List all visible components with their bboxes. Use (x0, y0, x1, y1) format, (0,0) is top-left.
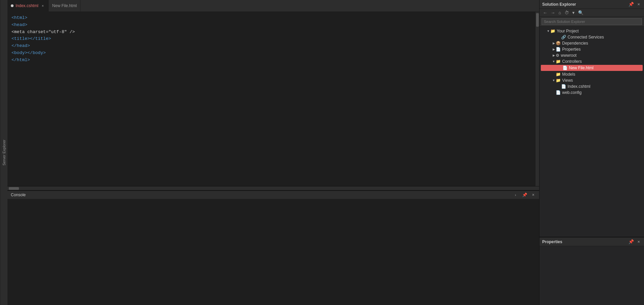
console-chevron-icon: › (515, 193, 516, 197)
tab-label-index: Index.cshtml (16, 3, 38, 8)
properties-title: Properties (542, 239, 562, 244)
tree-item-web-config[interactable]: ▶ 📄 web.config (539, 90, 644, 96)
tab-label-newfile: New File.html (52, 3, 77, 8)
tree-item-models[interactable]: ▶ 📁 Models (539, 71, 644, 77)
web-config-label: web.config (562, 90, 643, 95)
scrollbar-corner (535, 186, 539, 190)
properties-label: Properties (562, 47, 643, 52)
tree-arrow-project: ▼ (546, 29, 550, 33)
tab-index-cshtml[interactable]: Index.cshtml × (7, 0, 49, 11)
properties-header-actions: 📌 × (627, 239, 641, 245)
connected-services-label: Connected Services (568, 35, 643, 40)
tree-arrow-empty3: ▶ (557, 85, 561, 88)
tree-arrow-empty: ▶ (557, 35, 561, 39)
models-icon: 📁 (556, 72, 561, 77)
tree-item-dependencies[interactable]: ▶ 📦 Dependencies (539, 40, 644, 46)
home-button[interactable]: ⌂ (557, 10, 562, 16)
properties-panel: Properties 📌 × (539, 237, 644, 305)
console-actions: › 📌 × (515, 192, 536, 198)
properties-content[interactable] (539, 246, 644, 305)
tree-arrow-empty2: ▶ (558, 66, 562, 70)
scrollbar-thumb-v[interactable] (536, 13, 539, 27)
main-area: Index.cshtml × New File.html <html><head… (7, 0, 539, 305)
project-label: Your Project (557, 29, 643, 33)
forward-button[interactable]: → (549, 10, 556, 16)
scrollbar-thumb-h[interactable] (9, 187, 19, 190)
new-file-label: New File.html (569, 66, 641, 70)
server-explorer-tab[interactable]: Server Explorer (0, 0, 7, 305)
solution-explorer-pin-button[interactable]: 📌 (627, 1, 635, 7)
history-dropdown-button[interactable]: ▾ (571, 10, 576, 16)
wwwroot-icon: ⚙ (556, 53, 559, 58)
solution-explorer-header: Solution Explorer 📌 × (539, 0, 644, 9)
controllers-icon: 📁 (556, 59, 561, 64)
tree-item-wwwroot[interactable]: ▶ ⚙ wwwroot (539, 52, 644, 58)
tree-item-properties[interactable]: ▶ 📄 Properties (539, 46, 644, 52)
right-panel: Solution Explorer 📌 × ← → ⌂ ⏱ ▾ 🔍 ▼ � (539, 0, 644, 305)
solution-explorer-header-actions: 📌 × (627, 1, 641, 7)
editor-scrollbar-h[interactable] (7, 186, 535, 190)
tree-item-project[interactable]: ▼ 📁 Your Project (539, 28, 644, 34)
tree-arrow-wwwroot: ▶ (552, 54, 556, 57)
history-button[interactable]: ⏱ (563, 10, 570, 16)
project-icon: 📁 (550, 29, 555, 33)
controllers-label: Controllers (562, 59, 643, 64)
index-cshtml-label: Index.cshtml (568, 84, 643, 89)
editor-scrollbar-h-row (7, 186, 539, 190)
console-panel-header: Console › 📌 × (7, 191, 539, 199)
tree-arrow-properties: ▶ (552, 48, 556, 51)
tab-bar: Index.cshtml × New File.html (7, 0, 539, 12)
views-label: Views (562, 78, 643, 83)
tab-modified-indicator (11, 4, 14, 7)
tree-view[interactable]: ▼ 📁 Your Project ▶ 🔗 Connected Services … (539, 27, 644, 237)
console-close-button[interactable]: × (531, 192, 536, 198)
dependencies-icon: 📦 (556, 41, 561, 46)
dependencies-label: Dependencies (562, 41, 643, 46)
views-icon: 📁 (556, 78, 561, 83)
tree-item-controllers[interactable]: ▼ 📁 Controllers (539, 58, 644, 65)
editor-container: <html><head> <meta charset="utf-8" /> <t… (7, 12, 539, 186)
editor-scrollbar-vertical[interactable] (535, 12, 539, 186)
connected-services-icon: 🔗 (561, 35, 566, 40)
properties-icon: 📄 (556, 47, 561, 52)
console-title: Console (11, 193, 26, 197)
wwwroot-label: wwwroot (561, 53, 643, 58)
solution-explorer-title: Solution Explorer (542, 2, 576, 7)
console-pin-button[interactable]: 📌 (521, 192, 529, 198)
properties-panel-header: Properties 📌 × (539, 237, 644, 246)
properties-close-button[interactable]: × (636, 239, 641, 245)
back-button[interactable]: ← (542, 10, 549, 16)
solution-explorer-search[interactable] (542, 18, 642, 25)
properties-pin-button[interactable]: 📌 (627, 239, 635, 245)
tree-item-views[interactable]: ▼ 📁 Views (539, 77, 644, 83)
filter-button[interactable]: 🔍 (577, 10, 585, 16)
web-config-icon: 📄 (556, 90, 561, 95)
models-label: Models (562, 72, 643, 77)
new-file-icon: 📄 (562, 66, 568, 70)
tree-item-connected-services[interactable]: ▶ 🔗 Connected Services (539, 34, 644, 40)
solution-explorer-toolbar: ← → ⌂ ⏱ ▾ 🔍 (539, 9, 644, 17)
tree-arrow-models: ▶ (552, 73, 556, 76)
tree-item-new-file[interactable]: ▶ 📄 New File.html (541, 65, 643, 71)
index-cshtml-icon: 📄 (561, 84, 566, 89)
tree-item-index-cshtml[interactable]: ▶ 📄 Index.cshtml (539, 83, 644, 90)
tree-arrow-dependencies: ▶ (552, 42, 556, 45)
console-panel: Console › 📌 × (7, 190, 539, 305)
console-content[interactable] (7, 199, 539, 305)
search-row (539, 17, 644, 27)
tree-arrow-empty4: ▶ (552, 91, 556, 94)
editor-content[interactable]: <html><head> <meta charset="utf-8" /> <t… (7, 12, 535, 186)
tab-close-index[interactable]: × (40, 3, 45, 8)
tree-arrow-controllers: ▼ (552, 60, 556, 63)
tab-new-file[interactable]: New File.html (49, 0, 80, 11)
solution-explorer-close-button[interactable]: × (636, 1, 641, 7)
tree-arrow-views: ▼ (552, 79, 556, 82)
solution-explorer: Solution Explorer 📌 × ← → ⌂ ⏱ ▾ 🔍 ▼ � (539, 0, 644, 237)
